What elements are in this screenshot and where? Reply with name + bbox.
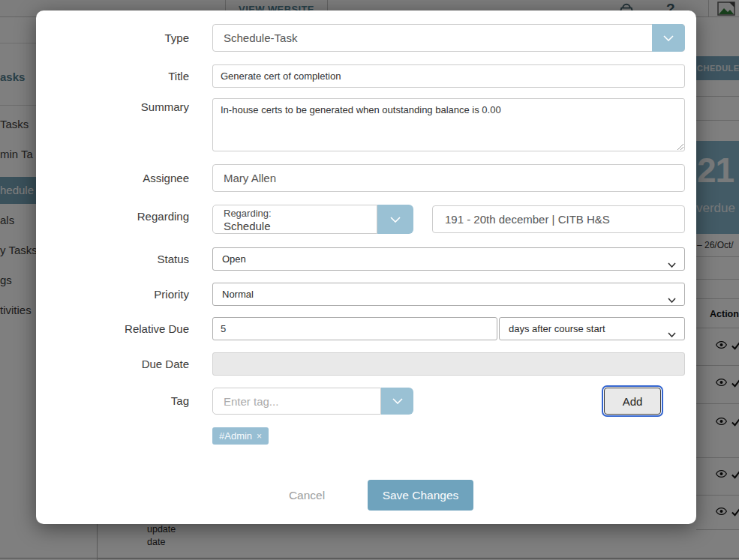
status-select[interactable]: Open (212, 247, 685, 271)
relative-due-label: Relative Due (36, 317, 189, 340)
status-value: Open (213, 248, 684, 270)
type-label: Type (36, 24, 189, 52)
remove-tag-icon[interactable]: × (257, 431, 262, 442)
status-label: Status (36, 247, 189, 271)
summary-textarea[interactable]: In-house certs to be generated when outs… (212, 98, 685, 151)
priority-row: Priority Normal (36, 283, 696, 306)
title-row: Title (36, 64, 696, 88)
type-combobox[interactable]: Schedule-Task (212, 24, 685, 52)
tag-dropdown-button[interactable] (381, 388, 413, 415)
tag-chip-text: #Admin (219, 430, 252, 442)
regarding-dropdown-button[interactable] (377, 205, 413, 234)
regarding-prefix: Regarding: (224, 208, 377, 220)
assignee-input[interactable] (212, 164, 685, 192)
save-changes-button[interactable]: Save Changes (368, 480, 473, 511)
assignee-label: Assignee (36, 164, 189, 192)
chevron-down-icon (390, 217, 401, 223)
chevron-down-icon (392, 398, 403, 404)
type-row: Type Schedule-Task (36, 24, 696, 52)
regarding-reference-value: 191 - 20th december | CITB H&S (433, 206, 684, 232)
edit-task-modal: Type Schedule-Task Title Summary In-hous… (36, 10, 696, 524)
chevron-down-icon (668, 257, 676, 271)
due-date-row: Due Date (36, 352, 696, 376)
title-label: Title (36, 64, 189, 88)
summary-row: Summary In-house certs to be generated w… (36, 98, 696, 151)
tag-input[interactable] (212, 388, 381, 415)
due-date-label: Due Date (36, 352, 189, 376)
regarding-type-combobox[interactable]: Regarding: Schedule (212, 205, 413, 234)
relative-due-unit-value: days after course start (500, 318, 684, 340)
status-row: Status Open (36, 247, 696, 271)
chevron-down-icon (668, 327, 676, 340)
regarding-label: Regarding (36, 205, 189, 229)
regarding-row: Regarding Regarding: Schedule 191 - 20th… (36, 205, 696, 234)
type-value: Schedule-Task (213, 25, 684, 51)
chevron-down-icon (663, 35, 674, 41)
priority-select[interactable]: Normal (212, 283, 685, 306)
relative-due-input[interactable] (212, 317, 497, 340)
add-tag-button[interactable]: Add (604, 388, 661, 415)
screen: VIEW WEBSITE ? asks Tasks min Ta hedule … (0, 0, 739, 560)
tag-row: Tag Add (36, 388, 696, 415)
cancel-button[interactable]: Cancel (275, 480, 339, 511)
due-date-input-disabled (212, 352, 685, 376)
title-input[interactable] (212, 64, 685, 88)
regarding-reference-field[interactable]: 191 - 20th december | CITB H&S (432, 205, 685, 233)
priority-value: Normal (213, 283, 684, 305)
regarding-selected: Schedule (224, 220, 377, 232)
priority-label: Priority (36, 283, 189, 306)
tag-label: Tag (36, 388, 189, 415)
relative-due-unit-select[interactable]: days after course start (499, 317, 685, 340)
summary-label: Summary (36, 98, 189, 116)
chevron-down-icon (668, 292, 676, 306)
tag-combobox (212, 388, 413, 415)
assignee-row: Assignee (36, 164, 696, 192)
regarding-type-value: Regarding: Schedule (212, 205, 377, 234)
tag-chip-admin[interactable]: #Admin × (212, 427, 269, 445)
relative-due-row: Relative Due days after course start (36, 317, 696, 340)
type-dropdown-button[interactable] (652, 24, 685, 52)
